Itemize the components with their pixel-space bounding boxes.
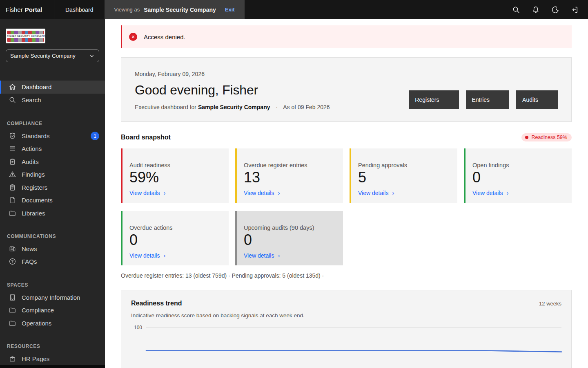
sidebar-item-news[interactable]: News bbox=[0, 242, 105, 255]
chevron-right-icon: › bbox=[163, 189, 165, 196]
sidebar-item-libraries[interactable]: Libraries bbox=[0, 206, 105, 219]
sidebar-item-company-information[interactable]: Company Information bbox=[0, 291, 105, 304]
greeting-asof: As of 09 Feb 2026 bbox=[283, 104, 330, 110]
folder-icon bbox=[9, 319, 16, 327]
chart-plot-area bbox=[146, 327, 561, 368]
greeting-text: Monday, February 09, 2026 Good evening, … bbox=[135, 71, 330, 121]
sidebar-item-findings[interactable]: Findings bbox=[0, 168, 105, 181]
main-content: ✕ Access denied. Monday, February 09, 20… bbox=[105, 19, 588, 368]
kpi-card: Upcoming audits (90 days) 0 View details… bbox=[235, 211, 343, 265]
logo-text: FISHER SECURITY CONSULTING bbox=[7, 34, 44, 38]
greeting-subtitle: Executive dashboard for Sample Security … bbox=[135, 104, 330, 110]
help-circle-icon bbox=[9, 258, 16, 265]
org-select-value: Sample Security Company bbox=[10, 53, 76, 59]
access-denied-alert: ✕ Access denied. bbox=[121, 25, 572, 48]
chevron-right-icon: › bbox=[278, 189, 280, 196]
view-details-link[interactable]: View details › bbox=[244, 252, 280, 259]
board-snapshot-title: Board snapshot bbox=[121, 134, 171, 141]
view-details-link[interactable]: View details › bbox=[244, 189, 280, 196]
sidebar-item-faqs[interactable]: FAQs bbox=[0, 255, 105, 268]
dark-mode-button[interactable] bbox=[546, 0, 565, 19]
kpi-grid: Audit readiness 59% View details › Overd… bbox=[121, 148, 572, 265]
chevron-right-icon: › bbox=[392, 189, 394, 196]
viewing-as-label: Viewing as bbox=[114, 7, 140, 13]
notifications-button[interactable] bbox=[526, 0, 546, 19]
org-select[interactable]: Sample Security Company bbox=[6, 49, 99, 62]
folder-icon bbox=[9, 209, 16, 217]
document-icon bbox=[9, 196, 16, 204]
registers-button[interactable]: Registers bbox=[409, 90, 459, 109]
sidebar-item-standards[interactable]: Standards 1 bbox=[0, 130, 105, 142]
readiness-trend-chart: 100 bbox=[131, 327, 561, 368]
logout-button[interactable] bbox=[565, 0, 585, 19]
view-details-link[interactable]: View details › bbox=[129, 189, 165, 196]
sidebar-footer-strip bbox=[0, 365, 105, 368]
logout-icon bbox=[571, 6, 579, 14]
snapshot-summary: Overdue register entries: 13 (oldest 759… bbox=[121, 272, 572, 279]
company-logo: FISHER SECURITY CONSULTING bbox=[6, 29, 45, 43]
sidebar-section-spaces: SPACES bbox=[7, 282, 105, 288]
sidebar-item-hr-pages[interactable]: HR Pages bbox=[0, 352, 105, 365]
alert-message: Access denied. bbox=[144, 34, 185, 40]
viewing-as-banner: Viewing as Sample Security Company Exit bbox=[105, 0, 245, 19]
newspaper-icon bbox=[9, 245, 16, 253]
sidebar-item-audits[interactable]: Audits bbox=[0, 155, 105, 168]
view-details-link[interactable]: View details › bbox=[472, 189, 508, 196]
trend-subtitle: Indicative readiness score based on back… bbox=[131, 312, 561, 319]
topbar-actions bbox=[506, 0, 588, 19]
stacked-list-icon bbox=[9, 145, 16, 153]
brand-name: Fisher bbox=[6, 6, 23, 13]
search-icon bbox=[9, 96, 16, 104]
sidebar-section-resources: RESOURCES bbox=[7, 343, 105, 349]
view-details-link[interactable]: View details › bbox=[129, 252, 165, 259]
brand-suffix: Portal bbox=[25, 6, 42, 13]
readiness-line bbox=[146, 351, 561, 352]
sidebar-item-documents[interactable]: Documents bbox=[0, 194, 105, 206]
sidebar-item-search[interactable]: Search bbox=[0, 94, 105, 107]
exit-impersonation-link[interactable]: Exit bbox=[225, 7, 235, 13]
home-icon bbox=[9, 83, 16, 91]
kpi-card: Audit readiness 59% View details › bbox=[121, 148, 229, 203]
bell-icon bbox=[532, 6, 540, 14]
trend-line-svg bbox=[146, 328, 561, 368]
kpi-card: Overdue actions 0 View details › bbox=[121, 211, 229, 265]
readiness-trend-card: Readiness trend 12 weeks Indicative read… bbox=[121, 290, 572, 368]
viewing-as-company: Sample Security Company bbox=[144, 7, 216, 13]
kpi-card: Pending approvals 5 View details › bbox=[350, 148, 457, 203]
audit-clipboard-icon bbox=[9, 158, 16, 166]
sidebar-item-actions[interactable]: Actions bbox=[0, 142, 105, 155]
sidebar-item-operations[interactable]: Operations bbox=[0, 316, 105, 329]
kpi-card: Open findings 0 View details › bbox=[464, 148, 572, 203]
standards-count-badge: 1 bbox=[91, 132, 99, 140]
greeting-company: Sample Security Company bbox=[198, 104, 270, 110]
topnav-dashboard[interactable]: Dashboard bbox=[54, 0, 105, 19]
y-axis-tick-100: 100 bbox=[131, 325, 146, 368]
trend-range-label: 12 weeks bbox=[539, 301, 561, 307]
sidebar-section-compliance: COMPLIANCE bbox=[7, 121, 105, 126]
greeting-actions: Registers Entries Audits bbox=[409, 71, 558, 121]
view-details-link[interactable]: View details › bbox=[358, 189, 394, 196]
greeting-date: Monday, February 09, 2026 bbox=[135, 71, 330, 77]
building-icon bbox=[9, 294, 16, 301]
sidebar: FISHER SECURITY CONSULTING Sample Securi… bbox=[0, 19, 105, 368]
briefcase-icon bbox=[9, 355, 16, 363]
sidebar-item-registers[interactable]: Registers bbox=[0, 181, 105, 193]
error-icon: ✕ bbox=[129, 33, 137, 41]
entries-button[interactable]: Entries bbox=[466, 90, 510, 109]
trend-header: Readiness trend 12 weeks bbox=[131, 300, 561, 307]
chevron-right-icon: › bbox=[506, 189, 508, 196]
sidebar-item-dashboard[interactable]: Dashboard bbox=[0, 81, 105, 94]
kpi-card: Overdue register entries 13 View details… bbox=[235, 148, 343, 203]
top-bar: Fisher Portal Dashboard Viewing as Sampl… bbox=[0, 0, 588, 19]
logo-decoration-bottom bbox=[7, 38, 44, 42]
app-brand[interactable]: Fisher Portal bbox=[0, 0, 54, 19]
warning-triangle-icon bbox=[9, 171, 16, 178]
folder-icon bbox=[9, 306, 16, 314]
greeting-title: Good evening, Fisher bbox=[135, 83, 330, 98]
readiness-badge: Readiness 59% bbox=[521, 133, 572, 141]
search-button[interactable] bbox=[506, 0, 526, 19]
trend-title: Readiness trend bbox=[131, 300, 182, 307]
readiness-dot bbox=[525, 136, 528, 139]
sidebar-item-compliance-space[interactable]: Compliance bbox=[0, 304, 105, 316]
audits-button[interactable]: Audits bbox=[516, 90, 558, 109]
